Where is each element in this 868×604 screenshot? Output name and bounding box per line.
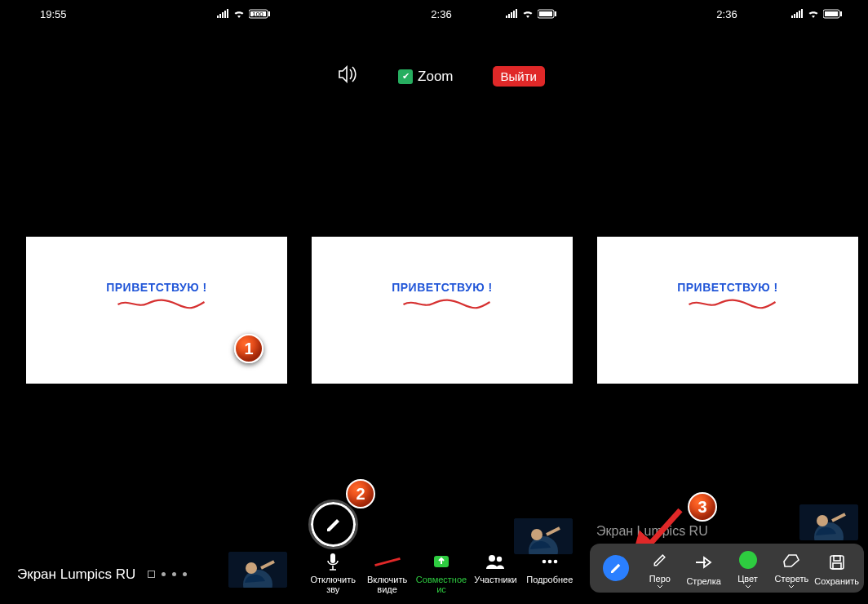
svg-point-19 xyxy=(554,560,558,564)
shield-icon: ✔ xyxy=(398,69,413,84)
signal-icon xyxy=(790,9,804,21)
svg-rect-27 xyxy=(834,556,840,561)
save-tool-button[interactable]: Сохранить xyxy=(814,549,859,588)
whiteboard: ПРИВЕТСТВУЮ ! xyxy=(597,237,858,384)
svg-point-17 xyxy=(542,560,547,564)
wifi-icon xyxy=(232,9,246,21)
whiteboard-text: ПРИВЕТСТВУЮ ! xyxy=(392,281,493,294)
svg-rect-22 xyxy=(825,11,838,16)
video-button[interactable]: Включить виде xyxy=(360,552,414,594)
step-marker-2: 2 xyxy=(346,479,375,509)
erase-tool-button[interactable]: Стереть xyxy=(770,547,813,590)
battery-icon xyxy=(823,9,843,21)
signal-icon xyxy=(505,9,518,21)
save-icon xyxy=(829,551,845,574)
participant-thumbnail[interactable] xyxy=(799,504,858,540)
svg-point-25 xyxy=(817,515,828,526)
svg-rect-21 xyxy=(840,11,842,16)
annotate-button[interactable] xyxy=(311,502,356,547)
status-time: 2:36 xyxy=(716,8,737,20)
pen-icon xyxy=(652,548,668,571)
step-marker-3: 3 xyxy=(688,492,717,522)
wifi-icon xyxy=(807,9,820,21)
app-title: ✔ Zoom xyxy=(398,69,453,85)
whiteboard-text: ПРИВЕТСТВУЮ ! xyxy=(677,281,778,294)
signal-icon xyxy=(216,9,229,21)
share-button[interactable]: Совместное ис xyxy=(414,552,468,594)
exit-button[interactable]: Выйти xyxy=(493,66,545,87)
svg-rect-8 xyxy=(555,11,556,16)
color-tool-button[interactable]: Цвет xyxy=(727,547,769,590)
svg-point-18 xyxy=(548,560,552,564)
microphone-icon xyxy=(325,552,341,571)
svg-point-6 xyxy=(246,562,257,574)
arrow-icon xyxy=(694,551,714,574)
svg-rect-28 xyxy=(833,563,841,569)
pencil-icon xyxy=(603,555,629,581)
page-indicator[interactable] xyxy=(148,571,187,578)
squiggle-annotation xyxy=(688,297,777,310)
status-time: 2:36 xyxy=(431,8,451,20)
svg-point-15 xyxy=(489,555,495,562)
svg-text:100: 100 xyxy=(252,11,264,18)
annotation-toolbar: Перо Стрелка Цвет Стереть Сохранить xyxy=(590,544,864,593)
participants-button[interactable]: Участники xyxy=(468,552,522,594)
svg-rect-13 xyxy=(330,553,335,563)
pen-tool-button[interactable]: Перо xyxy=(639,547,681,590)
video-off-icon xyxy=(374,552,401,571)
whiteboard-text: ПРИВЕТСТВУЮ ! xyxy=(106,281,207,294)
squiggle-annotation xyxy=(402,297,492,310)
battery-icon xyxy=(538,9,557,21)
svg-rect-1 xyxy=(268,11,270,16)
color-swatch-icon xyxy=(739,548,757,571)
shared-screen-label: Экран Lumpics RU xyxy=(17,566,135,583)
participant-thumbnail[interactable] xyxy=(228,552,287,588)
more-icon xyxy=(541,552,559,571)
arrow-tool-button[interactable]: Стрелка xyxy=(683,549,725,588)
svg-point-12 xyxy=(531,529,542,540)
speaker-icon[interactable] xyxy=(338,65,359,87)
whiteboard: ПРИВЕТСТВУЮ ! xyxy=(312,237,573,384)
status-time: 19:55 xyxy=(40,8,67,20)
battery-icon: 100 xyxy=(249,9,272,21)
share-screen-icon xyxy=(432,552,450,571)
annotate-toggle-button[interactable] xyxy=(595,555,637,581)
svg-point-16 xyxy=(497,557,502,562)
squiggle-annotation xyxy=(117,297,206,310)
wifi-icon xyxy=(521,9,534,21)
participants-icon xyxy=(485,552,505,571)
more-button[interactable]: Подробнее xyxy=(523,552,577,594)
eraser-icon xyxy=(782,548,800,571)
svg-rect-9 xyxy=(539,11,552,16)
mute-button[interactable]: Отключить зву xyxy=(306,552,360,594)
step-marker-1: 1 xyxy=(234,334,264,363)
